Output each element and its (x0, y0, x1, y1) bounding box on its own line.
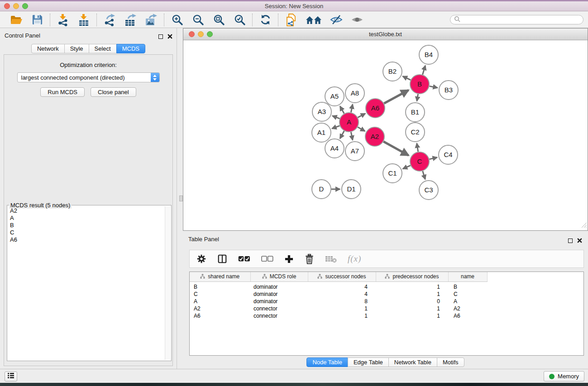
result-list-item[interactable]: A2 (8, 207, 164, 214)
node-D1[interactable]: D1 (342, 180, 361, 199)
edge-A-A8[interactable] (351, 105, 353, 113)
node-B4[interactable]: B4 (419, 45, 438, 64)
panel-splitter-handle[interactable] (179, 195, 183, 201)
float-table-panel-icon[interactable] (568, 238, 573, 243)
update-network-icon[interactable] (258, 13, 272, 27)
float-panel-icon[interactable] (158, 34, 163, 39)
edge-A-A5[interactable] (340, 106, 344, 114)
export-image-icon[interactable] (144, 13, 158, 27)
column-header-MCDS-role[interactable]: MCDS role (250, 272, 308, 281)
edge-A6-B[interactable] (384, 90, 408, 103)
result-list-item[interactable]: B (8, 222, 164, 229)
result-list-item[interactable]: C (8, 229, 164, 236)
table-row[interactable]: A6connector11A6 (190, 312, 583, 319)
node-A1[interactable]: A1 (312, 123, 331, 142)
result-scrollbar[interactable] (165, 206, 170, 360)
node-C2[interactable]: C2 (406, 123, 425, 142)
minimize-window-button[interactable] (13, 3, 19, 9)
search-input[interactable] (463, 17, 579, 23)
close-window-button[interactable] (4, 3, 10, 9)
node-A6[interactable]: A6 (366, 99, 385, 118)
task-history-button[interactable] (5, 372, 17, 381)
result-list-item[interactable]: A (8, 214, 164, 222)
open-session-icon[interactable] (10, 13, 23, 27)
save-session-icon[interactable] (30, 13, 44, 27)
column-header-name[interactable]: name (448, 272, 487, 281)
network-zoom-button[interactable] (207, 31, 213, 37)
node-A[interactable]: A (339, 113, 359, 132)
node-A5[interactable]: A5 (325, 87, 344, 106)
table-row[interactable]: Cdominator41C (190, 291, 583, 298)
node-B2[interactable]: B2 (383, 62, 402, 81)
zoom-selected-icon[interactable] (233, 13, 246, 27)
tab-node-table[interactable]: Node Table (306, 357, 348, 367)
first-neighbors-icon[interactable] (305, 13, 322, 27)
node-A2[interactable]: A2 (365, 127, 384, 146)
node-B[interactable]: B (410, 75, 429, 94)
memory-button[interactable]: Memory (544, 371, 584, 381)
zoom-fit-icon[interactable] (212, 13, 225, 27)
result-list-item[interactable]: A6 (8, 236, 164, 243)
node-C3[interactable]: C3 (419, 181, 438, 200)
column-header-shared-name[interactable]: shared name (190, 272, 250, 281)
window-resize-grip[interactable] (581, 222, 587, 230)
edge-A-A3[interactable] (332, 116, 339, 119)
zoom-in-icon[interactable] (170, 13, 184, 27)
tab-mcds[interactable]: MCDS (116, 44, 145, 53)
hide-selection-icon[interactable] (330, 13, 343, 27)
edge-C-C4[interactable] (429, 157, 437, 159)
node-A4[interactable]: A4 (325, 139, 344, 158)
tab-edge-table[interactable]: Edge Table (348, 357, 389, 367)
close-panel-icon[interactable] (167, 33, 172, 41)
tab-network[interactable]: Network (31, 44, 65, 53)
table-options-icon[interactable] (196, 254, 206, 264)
show-all-icon[interactable] (350, 13, 364, 27)
unselect-all-columns-icon[interactable] (261, 256, 273, 262)
tab-motifs[interactable]: Motifs (437, 357, 464, 367)
table-row[interactable]: A2connector11A2 (190, 305, 583, 312)
node-D[interactable]: D (312, 180, 331, 199)
edge-A-A1[interactable] (332, 126, 339, 129)
edge-A-A4[interactable] (340, 131, 344, 138)
tab-style[interactable]: Style (64, 44, 89, 53)
tab-network-table[interactable]: Network Table (388, 357, 437, 367)
export-network-icon[interactable] (103, 13, 116, 27)
table-row[interactable]: Adominator80A (190, 298, 583, 305)
node-A8[interactable]: A8 (345, 84, 364, 103)
edge-C-C3[interactable] (423, 171, 425, 179)
search-field[interactable] (450, 15, 583, 24)
node-B3[interactable]: B3 (439, 81, 458, 100)
network-canvas[interactable]: B4B2BB3A8A5A6B1A3AC2A1A2A4A7C4CC1C3DD1 (183, 40, 588, 230)
new-network-from-selection-icon[interactable] (284, 13, 298, 27)
export-table-icon[interactable] (124, 13, 137, 27)
delete-table-icon[interactable] (325, 255, 337, 263)
tab-select[interactable]: Select (89, 44, 117, 53)
table-row[interactable]: Bdominator41B (190, 281, 583, 291)
optimization-criterion-select[interactable]: largest connected component (directed) (17, 72, 160, 82)
edge-A2-C[interactable] (383, 142, 408, 156)
import-table-icon[interactable] (77, 13, 91, 27)
import-network-icon[interactable] (56, 13, 70, 27)
node-B1[interactable]: B1 (406, 103, 425, 122)
function-builder-icon[interactable]: f(x) (348, 254, 361, 264)
select-all-columns-icon[interactable] (238, 256, 250, 262)
network-graph[interactable]: B4B2BB3A8A5A6B1A3AC2A1A2A4A7C4CC1C3DD1 (183, 40, 588, 230)
edge-B-B3[interactable] (430, 86, 438, 88)
edge-C-C2[interactable] (417, 143, 418, 152)
node-C[interactable]: C (410, 152, 429, 171)
network-minimize-button[interactable] (198, 31, 204, 37)
network-close-button[interactable] (189, 31, 195, 37)
node-C1[interactable]: C1 (383, 164, 402, 183)
edge-A-A7[interactable] (351, 132, 353, 140)
edge-A-A2[interactable] (358, 127, 365, 131)
edge-B-B2[interactable] (403, 76, 411, 80)
delete-columns-icon[interactable] (305, 254, 314, 264)
show-column-icon[interactable] (217, 254, 227, 264)
edge-C-C1[interactable] (403, 166, 411, 169)
create-new-column-icon[interactable] (284, 254, 294, 264)
zoom-out-icon[interactable] (191, 13, 205, 27)
edge-A-A6[interactable] (358, 114, 365, 118)
zoom-window-button[interactable] (22, 3, 28, 9)
edge-B-B4[interactable] (423, 66, 425, 75)
close-panel-button[interactable]: Close panel (91, 87, 136, 97)
